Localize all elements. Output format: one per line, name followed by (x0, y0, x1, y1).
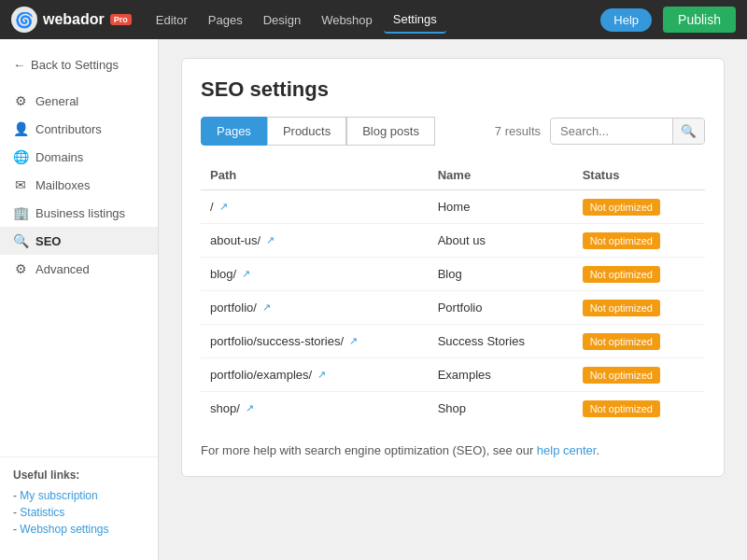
table-row: portfolio/ ↗ Portfolio Not optimized (201, 291, 705, 325)
nav-pages[interactable]: Pages (199, 7, 252, 33)
status-badge: Not optimized (583, 300, 660, 316)
nav-webshop[interactable]: Webshop (312, 7, 382, 33)
path-value: portfolio/ (210, 301, 257, 315)
name-cell: Shop (429, 392, 573, 426)
path-value: about-us/ (210, 233, 261, 247)
sidebar-item-business-listings[interactable]: 🏢 Business listings (0, 199, 158, 227)
link-my-subscription[interactable]: My subscription (13, 487, 145, 504)
sidebar-item-advanced[interactable]: ⚙ Advanced (0, 255, 158, 283)
general-icon: ⚙ (13, 93, 28, 108)
path-cell: about-us/ ↗ (201, 224, 429, 258)
table-row: shop/ ↗ Shop Not optimized (201, 392, 705, 426)
external-link-icon[interactable]: ↗ (317, 369, 326, 381)
publish-button[interactable]: Publish (663, 7, 736, 33)
name-cell: Home (429, 190, 573, 224)
name-cell: About us (429, 224, 573, 258)
page-title: SEO settings (201, 77, 705, 102)
sidebar-item-domains[interactable]: 🌐 Domains (0, 143, 158, 171)
path-cell: portfolio/success-stories/ ↗ (201, 325, 429, 358)
tab-products[interactable]: Products (267, 117, 346, 146)
help-center-link[interactable]: help center (537, 443, 597, 457)
external-link-icon[interactable]: ↗ (219, 201, 228, 213)
back-arrow-icon: ← (13, 58, 25, 72)
tabs-row: Pages Products Blog posts 7 results 🔍 (201, 117, 705, 146)
table-row: blog/ ↗ Blog Not optimized (201, 258, 705, 291)
tab-pages[interactable]: Pages (201, 117, 267, 146)
path-cell: blog/ ↗ (201, 258, 429, 291)
col-name: Name (429, 161, 573, 190)
nav-links: Editor Pages Design Webshop Settings (147, 7, 598, 34)
status-cell: Not optimized (573, 392, 705, 426)
seo-table: Path Name Status / ↗ Home Not optimized (201, 161, 705, 425)
nav-design[interactable]: Design (254, 7, 310, 33)
contributors-icon: 👤 (13, 121, 28, 136)
useful-links: Useful links: My subscription Statistics… (0, 456, 158, 549)
table-row: portfolio/success-stories/ ↗ Success Sto… (201, 325, 705, 358)
domains-icon: 🌐 (13, 149, 28, 164)
search-input[interactable] (551, 119, 672, 143)
sidebar: ← Back to Settings ⚙ General 👤 Contribut… (0, 39, 159, 560)
status-badge: Not optimized (583, 199, 660, 216)
status-badge: Not optimized (583, 266, 660, 283)
help-text-prefix: For more help with search engine optimiz… (201, 443, 537, 457)
back-to-settings[interactable]: ← Back to Settings (0, 50, 158, 79)
external-link-icon[interactable]: ↗ (266, 234, 275, 246)
table-row: / ↗ Home Not optimized (201, 190, 705, 224)
external-link-icon[interactable]: ↗ (262, 301, 271, 314)
tab-blog-posts[interactable]: Blog posts (346, 117, 435, 146)
path-value: / (210, 200, 214, 214)
status-cell: Not optimized (573, 291, 705, 325)
status-cell: Not optimized (573, 325, 705, 358)
help-text-suffix: . (596, 443, 599, 457)
seo-panel: SEO settings Pages Products Blog posts 7… (181, 58, 725, 477)
top-navigation: 🌀 webador Pro Editor Pages Design Websho… (0, 0, 747, 39)
help-button[interactable]: Help (600, 8, 652, 32)
advanced-icon: ⚙ (13, 261, 28, 276)
nav-settings[interactable]: Settings (384, 7, 446, 34)
search-box: 🔍 (550, 118, 705, 145)
table-row: portfolio/examples/ ↗ Examples Not optim… (201, 358, 705, 392)
table-row: about-us/ ↗ About us Not optimized (201, 224, 705, 258)
status-badge: Not optimized (583, 367, 660, 384)
name-cell: Success Stories (429, 325, 573, 358)
link-statistics[interactable]: Statistics (13, 504, 145, 521)
col-path: Path (201, 161, 429, 190)
name-cell: Blog (429, 258, 573, 291)
name-cell: Examples (429, 358, 573, 392)
mailboxes-icon: ✉ (13, 177, 28, 192)
path-cell: shop/ ↗ (201, 392, 429, 426)
results-count: 7 results (495, 124, 541, 138)
status-cell: Not optimized (573, 224, 705, 258)
logo-area: 🌀 webador Pro (11, 7, 132, 33)
search-button[interactable]: 🔍 (672, 119, 704, 144)
link-webshop-settings[interactable]: Webshop settings (13, 521, 145, 538)
external-link-icon[interactable]: ↗ (242, 268, 250, 280)
tabs-results: 7 results 🔍 (495, 118, 705, 145)
path-cell: portfolio/ ↗ (201, 291, 429, 325)
pro-badge: Pro (110, 14, 132, 25)
useful-links-title: Useful links: (13, 469, 145, 482)
sidebar-item-contributors[interactable]: 👤 Contributors (0, 115, 158, 143)
sidebar-item-mailboxes[interactable]: ✉ Mailboxes (0, 171, 158, 199)
business-icon: 🏢 (13, 205, 28, 220)
col-status: Status (573, 161, 705, 190)
status-cell: Not optimized (573, 190, 705, 224)
sidebar-item-seo[interactable]: 🔍 SEO (0, 227, 158, 255)
status-badge: Not optimized (583, 333, 660, 350)
status-badge: Not optimized (583, 232, 660, 249)
path-value: shop/ (210, 401, 240, 415)
nav-editor[interactable]: Editor (147, 7, 197, 33)
external-link-icon[interactable]: ↗ (349, 335, 358, 347)
status-badge: Not optimized (583, 400, 660, 417)
path-value: blog/ (210, 267, 236, 281)
path-cell: portfolio/examples/ ↗ (201, 358, 429, 392)
path-cell: / ↗ (201, 190, 429, 224)
status-cell: Not optimized (573, 358, 705, 392)
main-content: SEO settings Pages Products Blog posts 7… (159, 39, 747, 560)
main-layout: ← Back to Settings ⚙ General 👤 Contribut… (0, 39, 747, 560)
seo-icon: 🔍 (13, 233, 28, 248)
logo-icon: 🌀 (11, 7, 37, 33)
external-link-icon[interactable]: ↗ (246, 402, 254, 414)
help-text: For more help with search engine optimiz… (201, 443, 705, 457)
sidebar-item-general[interactable]: ⚙ General (0, 87, 158, 115)
